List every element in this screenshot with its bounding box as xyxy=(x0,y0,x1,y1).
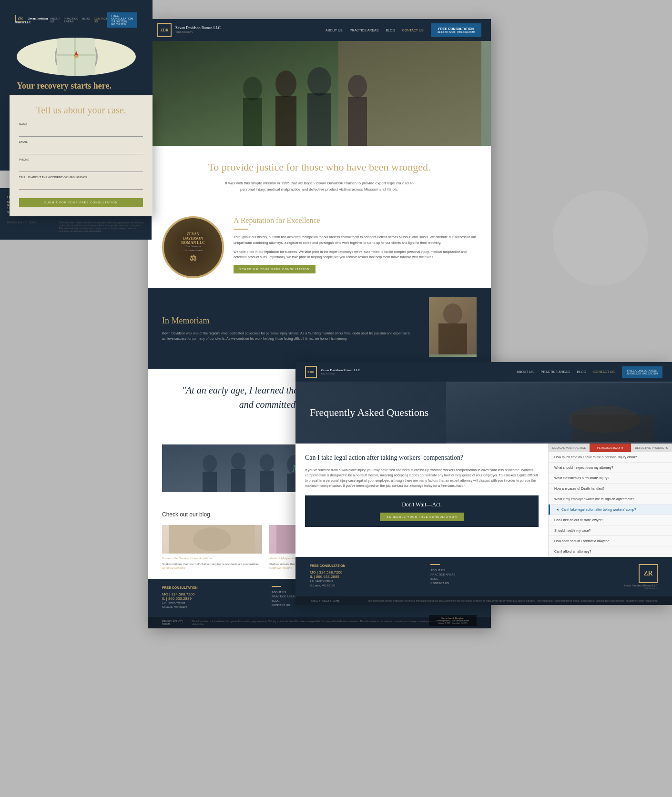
logo-letters: ZDR xyxy=(161,28,169,32)
phone-field-group: PHONE xyxy=(19,158,143,172)
small-nav-practice[interactable]: PRACTICE AREAS xyxy=(64,17,78,23)
faq-tab-injury-label: PERSONAL INJURY xyxy=(597,446,624,449)
mission-body: It was with this simple mission in 1995 … xyxy=(224,181,415,193)
hero-photo-area xyxy=(148,41,491,146)
faq-firm-name-text: Zevan Davidson Roman LLC xyxy=(321,368,360,373)
faq-panel: ZDR Zevan Davidson Roman LLC Trial Attor… xyxy=(295,362,672,605)
name-input[interactable] xyxy=(19,128,143,137)
main-nav-links: ABOUT US PRACTICE AREAS BLOG CONTACT US … xyxy=(326,23,481,37)
svg-point-19 xyxy=(203,455,217,472)
svg-point-7 xyxy=(243,77,262,101)
sf-terms-link[interactable]: TERMS xyxy=(29,221,37,224)
faq-tab-defective[interactable]: DEFECTIVE PRODUCTS xyxy=(631,444,672,452)
faq-q-8[interactable]: How soon should I contact a lawyer? xyxy=(549,536,672,546)
footer-addr-street: 1 N Taylor Avenue xyxy=(162,601,257,605)
small-nav-blog[interactable]: BLOG xyxy=(82,17,90,23)
email-field-group: EMAIL xyxy=(19,141,143,154)
faq-footer-addr-street: 1 N Taylor Avenue xyxy=(310,579,416,584)
phone-input[interactable] xyxy=(19,163,143,172)
faq-footer-about[interactable]: ABOUT US xyxy=(430,569,537,572)
footer-col-contact: FREE CONSULTATION MO | 314.588.7200 IL |… xyxy=(162,586,257,610)
faq-footer: FREE CONSULTATION MO | 314.588.7200 IL |… xyxy=(295,557,672,596)
faq-q-2-text: What classifies as a traumatic injury? xyxy=(554,476,609,480)
faq-q-1[interactable]: What should I expect from my attorney? xyxy=(549,463,672,473)
footer-privacy-terms: PRIVACY POLICY | TERMS xyxy=(162,620,192,625)
excellence-content: A Reputation for Excellence Throughout o… xyxy=(234,216,477,273)
main-nav-blog[interactable]: BLOG xyxy=(386,29,395,32)
faq-q-3[interactable]: How are cases of Death handled? xyxy=(549,484,672,494)
faq-nav-contact[interactable]: CONTACT US xyxy=(593,370,615,373)
svg-rect-20 xyxy=(203,472,217,492)
blog-excerpt-1: Studies indicate that over half of all n… xyxy=(162,562,262,566)
small-nav-cta[interactable]: FREE CONSULTATION 314.588.7200 | 866.633… xyxy=(107,12,137,28)
tell-field-group: TELL US ABOUT THE ACCIDENT OR NEGLIGENCE xyxy=(19,176,143,190)
main-nav-about[interactable]: ABOUT US xyxy=(326,29,343,32)
memoriam-body: Kevin Davidson was one of the region's m… xyxy=(162,331,419,341)
faq-q-7[interactable]: Should I settle my case? xyxy=(549,525,672,536)
excellence-logo-text: ZEVAN DAVIDSON ROMAN LLC Trial Attorneys… xyxy=(181,232,205,262)
main-nav-practice[interactable]: PRACTICE AREAS xyxy=(350,29,379,32)
blog-readmore-1[interactable]: Continue Reading xyxy=(162,566,262,569)
faq-q-0-text: How much time do I have to file a person… xyxy=(554,455,637,459)
faq-body: Can I take legal action after taking wor… xyxy=(295,444,672,557)
faq-privacy-link[interactable]: PRIVACY POLICY xyxy=(310,599,329,602)
faq-q-6[interactable]: Can I hire an out of state lawyer? xyxy=(549,515,672,525)
firm-name-text: Zevan Davidson Roman LLC xyxy=(175,26,221,30)
excellence-logo: ZEVAN DAVIDSON ROMAN LLC Trial Attorneys… xyxy=(162,216,224,278)
faq-nav-cta[interactable]: FREE CONSULTATION 314.588.7200 | 866.633… xyxy=(622,366,662,378)
faq-terms-link[interactable]: TERMS xyxy=(331,599,340,602)
faq-q-9-text: Can I afford an attorney? xyxy=(554,550,591,553)
faq-tab-malpractice[interactable]: MEDICAL MALPRACTICE xyxy=(549,444,590,452)
footer-addr-city: St Louis, MO 63108 xyxy=(162,605,257,610)
faq-q-5[interactable]: ◄ Can I take legal action after taking w… xyxy=(549,504,672,515)
footer-cta-label: FREE CONSULTATION xyxy=(162,586,257,589)
phone-label: PHONE xyxy=(19,158,143,161)
faq-nav-practice[interactable]: PRACTICE AREAS xyxy=(541,370,570,373)
excellence-body2: We take pride in our reputation for succ… xyxy=(234,249,477,260)
faq-question-panel: Can I take legal action after taking wor… xyxy=(295,444,548,557)
hero-photo-bg xyxy=(148,41,491,146)
faq-q-6-text: Can I hire an out of state lawyer? xyxy=(554,518,603,522)
small-nav-contact[interactable]: CONTACT US xyxy=(94,17,107,23)
schedule-btn[interactable]: SCHEDULE YOUR FREE CONSULTATION xyxy=(234,265,316,273)
mission-title: To provide justice for those who have be… xyxy=(167,160,472,175)
main-nav-contact[interactable]: CONTACT US xyxy=(402,29,424,32)
contact-form-panel: Tell us about your case. NAME EMAIL PHON… xyxy=(10,95,153,216)
faq-footer-addr-city: St Louis, MO 63108 xyxy=(310,584,416,588)
faq-footer-phone-mo: MO | 314.588.7200 xyxy=(310,570,416,575)
email-input[interactable] xyxy=(19,146,143,154)
cta-label: FREE CONSULTATION xyxy=(438,27,475,30)
map-visual xyxy=(55,38,98,76)
tell-input[interactable] xyxy=(19,181,143,190)
faq-nav-about[interactable]: ABOUT US xyxy=(517,370,534,373)
faq-nav-links: ABOUT US PRACTICE AREAS BLOG CONTACT US … xyxy=(517,366,662,378)
faq-q-4[interactable]: What if my employer wants me to sign an … xyxy=(549,494,672,504)
blog-title-1: Preventable Nursing Home Accidents xyxy=(162,556,262,560)
faq-tab-injury[interactable]: PERSONAL INJURY xyxy=(590,444,631,452)
faq-legal-text: The information on this website is for g… xyxy=(368,599,658,602)
small-nav-about[interactable]: ABOUT US xyxy=(50,17,60,23)
memoriam-photo: Kevin Joseph Davidson Founding Partner, … xyxy=(429,300,477,357)
svg-rect-24 xyxy=(260,471,274,492)
faq-q-9[interactable]: Can I afford an attorney? xyxy=(549,546,672,557)
faq-q-0[interactable]: How much time do I have to file a person… xyxy=(549,452,672,463)
faq-q-2[interactable]: What classifies as a traumatic injury? xyxy=(549,473,672,484)
faq-footer-practice[interactable]: PRACTICE AREAS xyxy=(430,573,537,576)
faq-schedule-btn[interactable]: SCHEDULE YOUR FREE CONSULTATION xyxy=(380,513,464,521)
faq-q-7-text: Should I settle my case? xyxy=(554,529,591,532)
logo-sub: Trial Attorneys xyxy=(181,245,205,247)
sf-privacy-link[interactable]: PRIVACY POLICY xyxy=(7,221,27,224)
faq-nav-blog[interactable]: BLOG xyxy=(577,370,586,373)
excellence-section: ZEVAN DAVIDSON ROMAN LLC Trial Attorneys… xyxy=(148,207,491,288)
main-nav-cta[interactable]: FREE CONSULTATION 314.588.7200 | 866.633… xyxy=(431,23,481,37)
logo-l2: DAVIDSON xyxy=(181,236,205,241)
small-cta-label: FREE CONSULTATION xyxy=(111,14,133,20)
faq-footer-contact[interactable]: CONTACT US xyxy=(430,582,537,585)
svg-point-21 xyxy=(231,453,245,470)
faq-footer-blog[interactable]: BLOG xyxy=(430,577,537,580)
logo-l3: ROMAN LLC xyxy=(181,241,205,245)
faq-tab-defective-label: DEFECTIVE PRODUCTS xyxy=(635,446,668,449)
terms-link[interactable]: TERMS xyxy=(162,623,171,625)
svg-rect-22 xyxy=(231,469,245,492)
form-submit-btn[interactable]: SUBMIT FOR YOUR FREE CONSULTATION xyxy=(19,198,143,207)
